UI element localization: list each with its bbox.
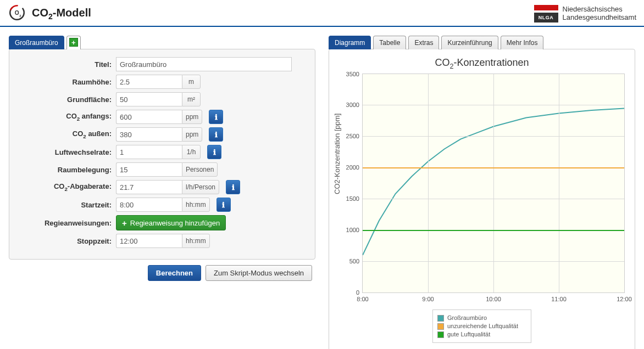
- co2-aussen-field[interactable]: [116, 127, 182, 142]
- svg-text:O: O: [15, 10, 19, 16]
- unit-hhmm: hh:mm: [182, 198, 210, 212]
- chart-legend: Großraumbüro unzureichende Luftqualität …: [432, 309, 531, 343]
- y-tick: 500: [342, 258, 359, 264]
- org-logo-icon: NLGA: [534, 5, 558, 22]
- label-titel: Titel:: [13, 60, 112, 69]
- label-regie: Regieanweisungen:: [13, 219, 112, 227]
- berechnen-button[interactable]: Berechnen: [148, 265, 201, 281]
- legend-label-good: gute Luftqualität: [447, 331, 490, 337]
- label-co2-abgabe: CO2-Abgaberate:: [13, 182, 112, 192]
- tab-tabelle[interactable]: Tabelle: [373, 36, 406, 49]
- co2-anfangs-field[interactable]: [116, 110, 182, 124]
- y-tick: 3000: [342, 102, 359, 108]
- add-room-tab-button[interactable]: +: [66, 36, 81, 49]
- unit-m: m: [182, 75, 201, 89]
- room-form-panel: Titel: Raumhöhe: m Grundfläche: m² CO2 a…: [9, 49, 315, 260]
- x-tick: 10:00: [486, 296, 501, 302]
- grundflaeche-field[interactable]: [116, 92, 182, 106]
- plus-icon: +: [69, 38, 78, 47]
- info-co2-aussen-button[interactable]: [209, 127, 223, 142]
- tab-diagramm[interactable]: Diagramm: [329, 36, 371, 49]
- luftwechsel-field[interactable]: [116, 145, 182, 159]
- tab-extras[interactable]: Extras: [408, 36, 439, 49]
- raumbelegung-field[interactable]: [116, 162, 182, 177]
- chart-panel: CO2-Konzentrationen CO2-Konzentration [p…: [329, 49, 635, 349]
- unit-perh: 1/h: [182, 145, 201, 159]
- titel-field[interactable]: [116, 57, 292, 71]
- result-tabs: Diagramm Tabelle Extras Kurzeinführung M…: [329, 36, 635, 49]
- unit-lhperson: l/h/Person: [182, 180, 219, 194]
- add-regie-label: Regieanweisung hinzufügen: [130, 219, 220, 227]
- label-co2-anfangs: CO2 anfangs:: [13, 112, 112, 122]
- info-co2-anfangs-button[interactable]: [209, 110, 223, 124]
- unit-hhmm-2: hh:mm: [182, 234, 210, 248]
- legend-label-bad: unzureichende Luftqualität: [447, 323, 518, 329]
- tab-mehr-infos[interactable]: Mehr Infos: [501, 36, 544, 49]
- label-co2-aussen: CO2 außen:: [13, 130, 112, 139]
- co2-logo-icon: O2: [8, 3, 26, 24]
- brand: O2 CO2-Modell: [8, 3, 91, 24]
- unit-personen: Personen: [182, 162, 218, 177]
- x-tick: 9:00: [422, 296, 434, 302]
- chart-plot-area: 05001000150020002500300035008:009:0010:0…: [362, 74, 625, 293]
- y-tick: 1000: [342, 227, 359, 233]
- y-tick: 0: [342, 289, 359, 296]
- y-tick: 2500: [342, 133, 359, 139]
- chart-title: CO2-Konzentrationen: [335, 57, 629, 70]
- y-axis-label: CO2-Konzentration [ppm]: [333, 113, 341, 194]
- org-block: NLGA Niedersächsisches Landesgesundheits…: [534, 5, 636, 22]
- threshold-line: [363, 167, 624, 168]
- raumhoehe-field[interactable]: [116, 75, 182, 89]
- x-tick: 11:00: [551, 296, 567, 302]
- chart-container: CO2-Konzentration [ppm] 0500100015002000…: [335, 74, 629, 349]
- label-luftwechsel: Luftwechselrate:: [13, 148, 112, 156]
- x-tick: 12:00: [617, 296, 632, 302]
- y-tick: 1500: [342, 195, 359, 202]
- co2-abgabe-field[interactable]: [116, 180, 182, 194]
- label-grundflaeche: Grundfläche:: [13, 95, 112, 104]
- threshold-line: [363, 230, 624, 231]
- stoppzeit-field[interactable]: [116, 234, 182, 248]
- app-header: O2 CO2-Modell NLGA Niedersächsisches Lan…: [0, 0, 644, 27]
- y-tick: 3500: [342, 71, 359, 77]
- unit-m2: m²: [182, 92, 201, 106]
- label-raumbelegung: Raumbelegung:: [13, 166, 112, 174]
- info-startzeit-button[interactable]: [216, 198, 231, 212]
- add-regieanweisung-button[interactable]: + Regieanweisung hinzufügen: [116, 215, 226, 230]
- info-co2-abgabe-button[interactable]: [226, 180, 240, 194]
- org-name: Niedersächsisches Landesgesundheitsamt: [563, 5, 636, 22]
- script-mode-button[interactable]: Zum Skript-Modus wechseln: [206, 265, 312, 281]
- x-tick: 8:00: [357, 296, 368, 302]
- plus-icon: +: [122, 218, 127, 228]
- tab-room-grossraumbuero[interactable]: Großraumbüro: [9, 36, 64, 49]
- action-row: Berechnen Zum Skript-Modus wechseln: [9, 265, 315, 281]
- legend-swatch-green: [437, 331, 444, 338]
- unit-ppm: ppm: [182, 110, 202, 124]
- label-raumhoehe: Raumhöhe:: [13, 78, 112, 86]
- app-title: CO2-Modell: [32, 7, 91, 21]
- legend-swatch-orange: [437, 323, 444, 330]
- startzeit-field[interactable]: [116, 198, 182, 212]
- tab-kurzeinfuehrung[interactable]: Kurzeinführung: [441, 36, 498, 49]
- unit-ppm-2: ppm: [182, 127, 202, 142]
- label-startzeit: Startzeit:: [13, 201, 112, 209]
- y-tick: 2000: [342, 164, 359, 171]
- info-luftwechsel-button[interactable]: [207, 145, 221, 159]
- room-tabs: Großraumbüro +: [9, 36, 315, 49]
- label-stoppzeit: Stoppzeit:: [13, 237, 112, 245]
- legend-swatch-teal: [437, 315, 444, 322]
- legend-label-series: Großraumbüro: [447, 314, 487, 321]
